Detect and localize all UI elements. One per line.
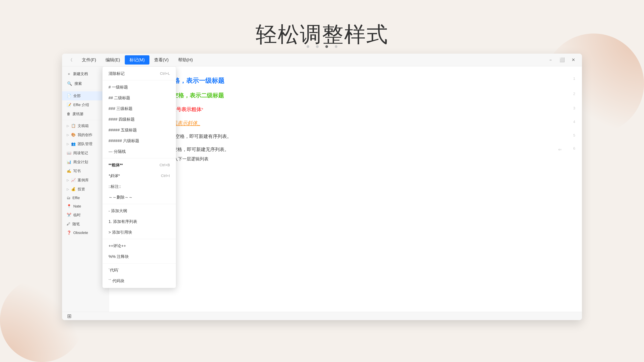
cases-label: 案例库 <box>78 178 89 183</box>
invest-label: 投资 <box>78 187 85 192</box>
maximize-button[interactable]: ⬜ <box>558 56 566 63</box>
line-num-3: 3 <box>573 106 575 110</box>
h6-label: ###### 六级标题 <box>108 138 139 143</box>
sidebar-item-team[interactable]: ▷ 👥 团队管理 <box>62 139 109 148</box>
dropdown-h3[interactable]: ### 三级标题 <box>102 103 176 114</box>
temp-label: 临时 <box>73 213 81 218</box>
dropdown-strikethrough[interactable]: ～～删除～～ <box>102 192 176 203</box>
expand-icon4: ▷ <box>67 178 69 182</box>
menu-view[interactable]: 查看(V) <box>150 55 174 64</box>
sidebar-item-nate[interactable]: 📍 Nate <box>62 202 109 211</box>
window-controls: － ⬜ ✕ <box>547 56 577 64</box>
search-icon: 🔍 <box>67 81 72 86</box>
code-block-label: `` 代码块 <box>108 278 124 284</box>
dot-2[interactable] <box>316 45 319 48</box>
menu-edit[interactable]: 编辑(E) <box>101 55 125 64</box>
sidebar-item-obsolete[interactable]: ❓ Obsolete <box>62 229 109 237</box>
sidebar-item-drafts[interactable]: ▷ 📋 文稿箱 <box>62 121 109 130</box>
italic-shortcut: Ctrl+I <box>161 174 170 178</box>
sidebar-item-effie-folder[interactable]: 🗂 Effie <box>62 194 109 202</box>
reading-label: 阅读笔记 <box>73 150 88 156</box>
menu-bar: 文件(F) 编辑(E) 标记(M) 查看(V) 帮助(H) <box>77 55 547 64</box>
clear-mark-shortcut: Ctrl+L <box>160 71 170 76</box>
expand-icon: ▷ <box>67 124 69 128</box>
dropdown-clear-mark[interactable]: 清除标记 Ctrl+L <box>102 68 176 79</box>
effie-folder-icon: 🗂 <box>67 196 70 200</box>
dropdown-code-block[interactable]: `` 代码块 <box>102 276 176 286</box>
dropdown-comment[interactable]: ++评论++ <box>102 241 176 251</box>
editor-line-bullet: ● 输入"-或者"＋"然后空格，即可新建无序列表。 ⇐ 6 ● 按后退键即可进入… <box>129 146 562 162</box>
team-label: 团队管理 <box>78 141 92 146</box>
nav-arrows: 《 <box>67 57 74 63</box>
comment-label: ++评论++ <box>108 243 126 249</box>
search-label: 搜索 <box>74 81 82 86</box>
dropdown-italic[interactable]: *斜体* Ctrl+I <box>102 170 176 181</box>
dot-1[interactable] <box>306 45 309 48</box>
dropdown-annotation[interactable]: ::标注:: <box>102 181 176 192</box>
dropdown-h1[interactable]: # 一级标题 <box>102 82 176 92</box>
sidebar-item-business[interactable]: 📊 商业计划 <box>62 158 109 167</box>
plus-icon: ＋ <box>67 71 71 76</box>
divider-2 <box>102 158 176 158</box>
outline-label: - 添加大纲 <box>108 208 127 214</box>
all-docs-label: 全部 <box>73 93 81 98</box>
sidebar-item-my-works[interactable]: ▷ 🎨 我的创作 <box>62 130 109 139</box>
sidebar-folders-section: ▷ 📋 文稿箱 ▷ 🎨 我的创作 ▷ 👥 团队管理 📖 阅读笔记 <box>62 120 109 237</box>
dropdown-bold[interactable]: **粗体** Ctrl+B <box>102 160 176 170</box>
divider-3 <box>102 204 176 204</box>
effie-icon: 📝 <box>67 103 71 107</box>
italic-label: *斜体* <box>108 173 120 178</box>
h3-label: ### 三级标题 <box>108 106 132 111</box>
dropdown-ordered-list[interactable]: 1. 添加有序列表 <box>102 216 176 227</box>
page-title: 轻松调整样式 <box>0 0 644 62</box>
dropdown-h6[interactable]: ###### 六级标题 <box>102 135 176 146</box>
dropdown-h4[interactable]: #### 四级标题 <box>102 114 176 125</box>
editor-line-italic: _在文字前后加下划线表示斜体_ 4 <box>129 120 562 126</box>
mark-dropdown-menu: 清除标记 Ctrl+L # 一级标题 ## 二级标题 ### 三级标题 ####… <box>102 66 176 288</box>
dot-3[interactable] <box>325 45 328 48</box>
nate-icon: 📍 <box>67 204 71 209</box>
new-doc-button[interactable]: ＋ 新建文档 <box>62 69 109 79</box>
sidebar-item-book[interactable]: ✍️ 写书 <box>62 167 109 176</box>
sidebar-item-trash[interactable]: 🗑 废纸篓 <box>62 109 109 118</box>
sidebar-item-invest[interactable]: ▷ 💰 投资 <box>62 185 109 194</box>
search-button[interactable]: 🔍 搜索 <box>62 79 109 88</box>
hr-label: --- 分隔线 <box>108 149 126 154</box>
line-num-1: 1 <box>573 76 575 81</box>
obsolete-icon: ❓ <box>67 231 71 235</box>
sidebar-item-journal[interactable]: 🖊 随笔 <box>62 220 109 229</box>
line-num-4: 4 <box>573 120 575 124</box>
sidebar-item-cases[interactable]: ▷ 📈 案例库 <box>62 176 109 185</box>
sidebar-item-reading[interactable]: 📖 阅读笔记 <box>62 148 109 158</box>
trash-icon: 🗑 <box>67 112 70 116</box>
menu-file[interactable]: 文件(F) <box>77 55 101 64</box>
minimize-button[interactable]: － <box>547 56 554 64</box>
nav-back-icon[interactable]: 《 <box>67 57 74 63</box>
dot-4[interactable] <box>335 45 338 48</box>
dropdown-annotation-block[interactable]: %% 注释块 <box>102 251 176 262</box>
dropdown-outline[interactable]: - 添加大纲 <box>102 205 176 216</box>
sidebar-item-temp[interactable]: ✂️ 临时 <box>62 211 109 220</box>
dropdown-hr[interactable]: --- 分隔线 <box>102 146 176 157</box>
h1-label: # 一级标题 <box>108 84 128 90</box>
editor-line-ordered: 1. 输入数字、点然后空格，即可新建有序列表。 5 <box>129 133 562 140</box>
dropdown-inline-code[interactable]: `代码` <box>102 265 176 276</box>
business-label: 商业计划 <box>73 160 88 165</box>
dropdown-h5[interactable]: ##### 五级标题 <box>102 125 176 135</box>
windows-icon: ⊞ <box>67 313 72 319</box>
menu-help[interactable]: 帮助(H) <box>174 55 198 64</box>
close-button[interactable]: ✕ <box>570 56 577 63</box>
editor-line-h2: H2 输入##号然后空格，表示二级标题 2 <box>129 92 562 99</box>
sidebar-item-effie-intro[interactable]: 📝 Effie 介绍 <box>62 100 109 109</box>
editor-area[interactable]: H1 输入#然后空格，表示一级标题 1 H2 输入##号然后空格，表示二级标题 … <box>109 66 582 312</box>
menu-mark[interactable]: 标记(M) <box>125 55 150 64</box>
sidebar-item-all[interactable]: 📄 全部 <box>62 91 109 100</box>
editor-line-bold: * 在文字前后加两个星号表示粗体 * 3 <box>129 106 562 113</box>
dropdown-blockquote[interactable]: > 添加引用块 <box>102 227 176 238</box>
annotation-block-label: %% 注释块 <box>108 254 129 259</box>
all-docs-icon: 📄 <box>67 94 71 98</box>
inline-code-label: `代码` <box>108 268 119 273</box>
effie-label: Effie 介绍 <box>73 102 89 107</box>
dropdown-h2[interactable]: ## 二级标题 <box>102 92 176 103</box>
clear-mark-label: 清除标记 <box>108 71 124 76</box>
